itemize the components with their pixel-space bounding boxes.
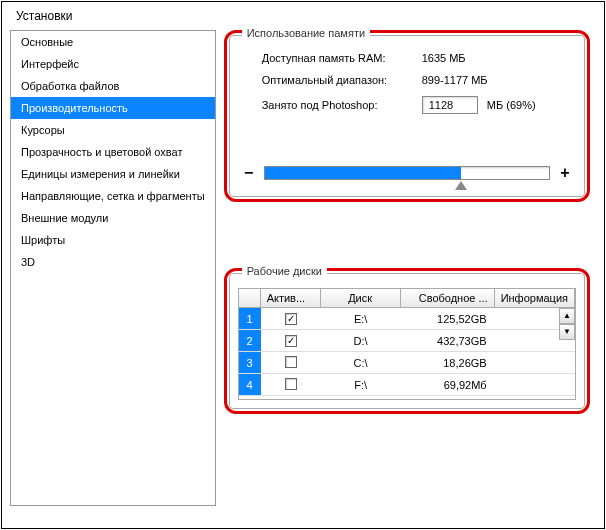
available-ram-label: Доступная память RAM:: [242, 52, 422, 64]
row-disk: E:\: [321, 313, 401, 325]
dialog-title: Установки: [2, 2, 604, 30]
photoshop-usage-label: Занято под Photoshop:: [242, 99, 422, 111]
sidebar-item-7[interactable]: Направляющие, сетка и фрагменты: [11, 185, 215, 207]
table-row[interactable]: 3C:\18,26GB: [239, 352, 575, 374]
memory-slider[interactable]: [264, 166, 550, 180]
sidebar-item-1[interactable]: Интерфейс: [11, 53, 215, 75]
table-row[interactable]: 1✓E:\125,52GB: [239, 308, 575, 330]
slider-thumb-icon[interactable]: [455, 181, 467, 190]
active-checkbox[interactable]: [285, 378, 297, 390]
optimal-range-label: Оптимальный диапазон:: [242, 74, 422, 86]
move-up-button[interactable]: ▲: [559, 308, 575, 324]
sidebar-item-4[interactable]: Курсоры: [11, 119, 215, 141]
slider-increase-icon[interactable]: +: [558, 164, 572, 182]
memory-legend: Использование памяти: [242, 27, 370, 39]
row-disk: D:\: [321, 335, 401, 347]
available-ram-value: 1635 МБ: [422, 52, 572, 64]
col-free[interactable]: Свободное ...: [401, 289, 495, 307]
sidebar-item-3[interactable]: Производительность: [11, 97, 215, 119]
row-free: 18,26GB: [401, 357, 495, 369]
row-number: 1: [239, 308, 261, 329]
scratch-disks-table: Актив... Диск Свободное ... Информация ▲…: [238, 288, 576, 400]
sidebar-item-9[interactable]: Шрифты: [11, 229, 215, 251]
col-info[interactable]: Информация: [495, 289, 575, 307]
disks-legend: Рабочие диски: [242, 265, 327, 277]
row-free: 125,52GB: [401, 313, 495, 325]
row-number: 4: [239, 374, 261, 395]
row-active-cell: ✓: [261, 334, 321, 347]
optimal-range-value: 899-1177 МБ: [422, 74, 572, 86]
move-down-button[interactable]: ▼: [559, 324, 575, 340]
table-row[interactable]: 4F:\69,92Мб: [239, 374, 575, 396]
row-disk: F:\: [321, 379, 401, 391]
row-active-cell: [261, 356, 321, 370]
sidebar-item-6[interactable]: Единицы измерения и линейки: [11, 163, 215, 185]
active-checkbox[interactable]: ✓: [285, 335, 297, 347]
sidebar-item-0[interactable]: Основные: [11, 31, 215, 53]
row-free: 69,92Мб: [401, 379, 495, 391]
photoshop-usage-input[interactable]: 1128: [422, 96, 478, 114]
photoshop-usage-suffix: МБ (69%): [487, 99, 536, 111]
col-number: [239, 289, 261, 307]
slider-decrease-icon[interactable]: −: [242, 164, 256, 182]
category-sidebar: ОсновныеИнтерфейсОбработка файловПроизво…: [10, 30, 216, 506]
col-disk[interactable]: Диск: [321, 289, 401, 307]
sidebar-item-8[interactable]: Внешние модули: [11, 207, 215, 229]
row-number: 3: [239, 352, 261, 373]
sidebar-item-10[interactable]: 3D: [11, 251, 215, 273]
active-checkbox[interactable]: [285, 356, 297, 368]
slider-fill: [265, 167, 461, 179]
row-number: 2: [239, 330, 261, 351]
sidebar-item-2[interactable]: Обработка файлов: [11, 75, 215, 97]
scratch-disks-highlight: Рабочие диски Актив... Диск Свободное ..…: [224, 268, 590, 414]
row-free: 432,73GB: [401, 335, 495, 347]
memory-usage-highlight: Использование памяти Доступная память RA…: [224, 30, 590, 202]
col-active[interactable]: Актив...: [261, 289, 321, 307]
sidebar-item-5[interactable]: Прозрачность и цветовой охват: [11, 141, 215, 163]
row-disk: C:\: [321, 357, 401, 369]
active-checkbox[interactable]: ✓: [285, 313, 297, 325]
row-active-cell: ✓: [261, 312, 321, 325]
row-active-cell: [261, 378, 321, 392]
table-row[interactable]: 2✓D:\432,73GB: [239, 330, 575, 352]
